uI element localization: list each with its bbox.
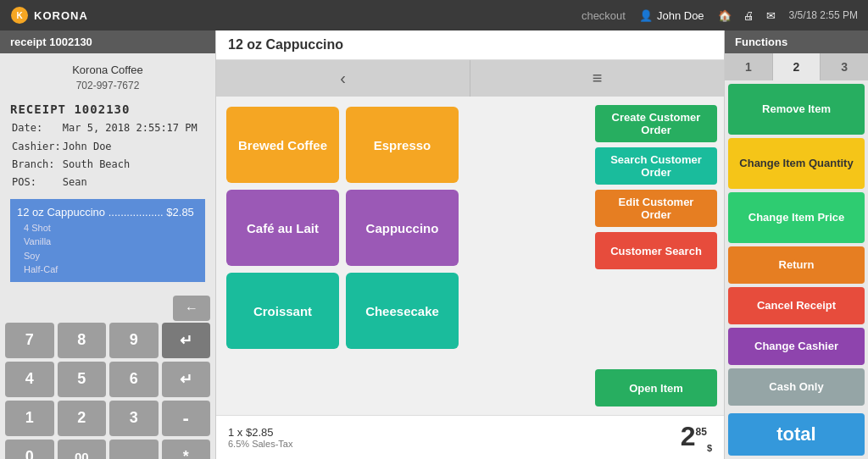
nav-right: ≡: [470, 60, 724, 97]
function-tabs: 1 2 3: [725, 53, 868, 80]
numpad-3[interactable]: 3: [109, 401, 159, 436]
nav-menu-button[interactable]: ≡: [593, 69, 603, 88]
change-cashier-button[interactable]: Change Cashier: [728, 328, 865, 365]
product-left: Brewed Coffee Espresso Café au Lait Capp…: [216, 97, 588, 415]
numpad-enter[interactable]: ↵: [162, 323, 211, 358]
svg-text:K: K: [16, 11, 23, 20]
numpad-7[interactable]: 7: [5, 323, 54, 358]
remove-item-button[interactable]: Remove Item: [728, 84, 865, 135]
bottom-total: 285$: [681, 421, 712, 453]
left-panel: receipt 1002130 Korona Coffee 702-997-76…: [0, 30, 216, 459]
edit-customer-order-button[interactable]: Edit Customer Order: [595, 190, 717, 227]
numpad: ← 7 8 9 ↵ 4 5 6 ↵ 1 2 3 - 0 00 . *: [0, 292, 215, 459]
function-buttons: Remove Item Change Item Quantity Change …: [725, 80, 868, 410]
numpad-6[interactable]: 6: [109, 362, 159, 397]
cashier-value: John Doe: [63, 139, 198, 155]
cash-only-button[interactable]: Cash Only: [728, 368, 865, 406]
receipt-item[interactable]: 12 oz Cappuccino .................. $2.8…: [10, 199, 205, 282]
receipt-item-name: 12 oz Cappuccino .................. $2.8…: [17, 204, 198, 221]
date-label: Date:: [12, 120, 61, 136]
logo: K KORONA: [10, 6, 88, 25]
numpad-8[interactable]: 8: [58, 323, 107, 358]
center-panel: 12 oz Cappuccino ‹ ≡ Brewed Coffee Espre…: [216, 30, 724, 459]
receipt-number: RECEIPT 1002130: [10, 100, 205, 119]
bottom-bar-left: 1 x $2.85 6.5% Sales-Tax: [228, 426, 292, 449]
right-panel: Functions 1 2 3 Remove Item Change Item …: [724, 30, 868, 459]
product-cafe-au-lait[interactable]: Café au Lait: [226, 190, 339, 266]
topbar-icons: 🏠 🖨 ✉: [718, 9, 776, 22]
product-espresso[interactable]: Espresso: [346, 107, 459, 183]
numpad-9[interactable]: 9: [109, 323, 159, 358]
cancel-receipt-button[interactable]: Cancel Receipt: [728, 287, 865, 324]
bottom-bar: 1 x $2.85 6.5% Sales-Tax 285$: [216, 415, 724, 459]
user-icon: 👤: [639, 9, 653, 22]
print-icon[interactable]: 🖨: [743, 9, 754, 22]
create-customer-order-button[interactable]: Create Customer Order: [595, 105, 717, 142]
product-empty-1: [465, 107, 578, 183]
currency-symbol: $: [707, 444, 712, 454]
spacer: [595, 274, 717, 364]
product-cheesecake[interactable]: Cheesecake: [346, 273, 459, 349]
total-dollars: 2: [681, 421, 696, 451]
return-button[interactable]: Return: [728, 246, 865, 284]
change-item-quantity-button[interactable]: Change Item Quantity: [728, 138, 865, 189]
total-button[interactable]: total: [728, 413, 865, 456]
numpad-star[interactable]: *: [162, 440, 211, 459]
product-empty-3: [465, 273, 578, 349]
product-grid: Brewed Coffee Espresso Café au Lait Capp…: [216, 97, 588, 359]
functions-title: Functions: [725, 30, 868, 53]
product-croissant[interactable]: Croissant: [226, 273, 339, 349]
branch-label: Branch:: [12, 157, 61, 173]
receipt-title: receipt 1002130: [0, 30, 215, 53]
open-item-button[interactable]: Open Item: [595, 369, 717, 406]
numpad-0[interactable]: 0: [5, 440, 54, 459]
numpad-4[interactable]: 4: [5, 362, 54, 397]
total-cents: 85: [696, 427, 707, 439]
tax-label: 6.5% Sales-Tax: [228, 439, 292, 449]
product-nav: ‹ ≡: [216, 60, 724, 97]
func-tab-2[interactable]: 2: [773, 53, 821, 80]
product-area: Brewed Coffee Espresso Café au Lait Capp…: [216, 97, 724, 415]
store-name: Korona Coffee: [10, 64, 205, 76]
receipt-body: Korona Coffee 702-997-7672 RECEIPT 10021…: [0, 53, 215, 292]
quantity-price: 1 x $2.85: [228, 426, 292, 439]
numpad-1[interactable]: 1: [5, 401, 54, 436]
topbar: K KORONA checkout 👤 John Doe 🏠 🖨 ✉ 3/5/1…: [0, 0, 868, 30]
numpad-dot[interactable]: .: [109, 440, 159, 459]
receipt-header: RECEIPT 1002130 Date: Mar 5, 2018 2:55:1…: [10, 100, 205, 192]
product-cappuccino[interactable]: Cappuccino: [346, 190, 459, 266]
cashier-label: Cashier:: [12, 139, 61, 155]
nav-left: ‹: [216, 60, 470, 97]
date-value: Mar 5, 2018 2:55:17 PM: [63, 120, 198, 136]
func-tab-3[interactable]: 3: [821, 53, 868, 80]
numpad-grid: 7 8 9 ↵ 4 5 6 ↵ 1 2 3 - 0 00 . *: [5, 323, 210, 459]
customer-search-button[interactable]: Customer Search: [595, 232, 717, 269]
topbar-right: checkout 👤 John Doe 🏠 🖨 ✉ 3/5/18 2:55 PM: [581, 9, 858, 22]
numpad-minus[interactable]: -: [162, 401, 211, 436]
logo-icon: K: [10, 6, 29, 25]
numpad-backspace-row: ←: [5, 296, 210, 321]
checkout-label: checkout: [581, 9, 626, 22]
change-item-price-button[interactable]: Change Item Price: [728, 192, 865, 243]
pos-label: POS:: [12, 174, 61, 191]
search-customer-order-button[interactable]: Search Customer Order: [595, 147, 717, 185]
nav-back-button[interactable]: ‹: [340, 69, 346, 88]
user-name: John Doe: [657, 9, 704, 22]
product-brewed-coffee[interactable]: Brewed Coffee: [226, 107, 339, 183]
branch-value: South Beach: [63, 157, 198, 173]
user-info: 👤 John Doe: [639, 9, 704, 22]
datetime: 3/5/18 2:55 PM: [789, 9, 858, 21]
logo-text: KORONA: [34, 9, 88, 22]
message-icon[interactable]: ✉: [766, 9, 776, 22]
receipt-item-details: 4 Shot Vanilla Soy Half-Caf: [24, 221, 198, 277]
backspace-button[interactable]: ←: [173, 296, 210, 321]
product-category-title: 12 oz Cappuccino: [216, 30, 724, 60]
numpad-enter2[interactable]: ↵: [162, 362, 211, 397]
numpad-5[interactable]: 5: [58, 362, 107, 397]
numpad-2[interactable]: 2: [58, 401, 107, 436]
product-right: Create Customer Order Search Customer Or…: [588, 97, 724, 415]
func-tab-1[interactable]: 1: [725, 53, 773, 80]
numpad-00[interactable]: 00: [58, 440, 107, 459]
home-icon[interactable]: 🏠: [718, 9, 732, 22]
pos-value: Sean: [63, 174, 198, 191]
